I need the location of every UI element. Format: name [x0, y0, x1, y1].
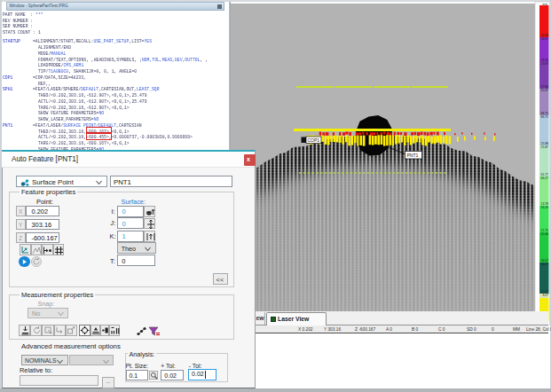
- svg-text:66.27: 66.27: [541, 176, 549, 180]
- svg-text:25.87: 25.87: [541, 145, 549, 149]
- svg-text:86.75: 86.75: [541, 115, 549, 119]
- svg-text:35.87: 35.87: [541, 89, 549, 92]
- svg-text:25.87: 25.87: [541, 62, 549, 66]
- svg-text:COP1: COP1: [308, 137, 320, 143]
- svg-text:56.07: 56.07: [541, 263, 549, 266]
- svg-text:25.06: 25.06: [541, 232, 549, 236]
- svg-text:PNT1: PNT1: [407, 153, 419, 158]
- svg-text:8.07: 8.07: [542, 294, 548, 297]
- svg-text:28.87: 28.87: [541, 37, 549, 41]
- svg-text:33.26: 33.26: [541, 206, 549, 209]
